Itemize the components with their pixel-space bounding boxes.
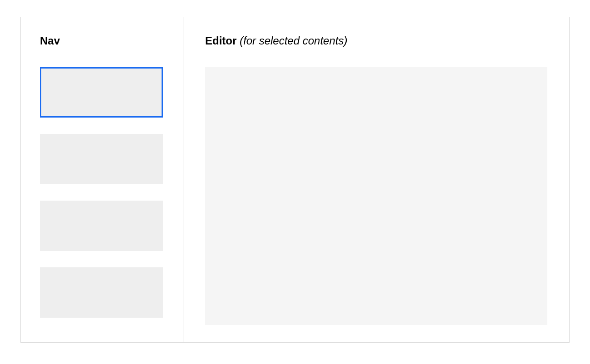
- nav-title: Nav: [40, 34, 164, 47]
- nav-panel: Nav: [21, 17, 183, 342]
- nav-item-2[interactable]: [40, 134, 163, 184]
- editor-title-main: Editor: [205, 34, 240, 47]
- editor-title: Editor (for selected contents): [205, 34, 547, 47]
- editor-title-subtitle: (for selected contents): [240, 34, 347, 47]
- editor-panel: Editor (for selected contents): [183, 17, 569, 342]
- app-container: Nav Editor (for selected contents): [20, 17, 570, 343]
- nav-item-1[interactable]: [40, 67, 163, 118]
- nav-item-3[interactable]: [40, 201, 163, 251]
- nav-item-4[interactable]: [40, 267, 163, 318]
- editor-canvas[interactable]: [205, 67, 547, 325]
- nav-items-list: [40, 67, 164, 318]
